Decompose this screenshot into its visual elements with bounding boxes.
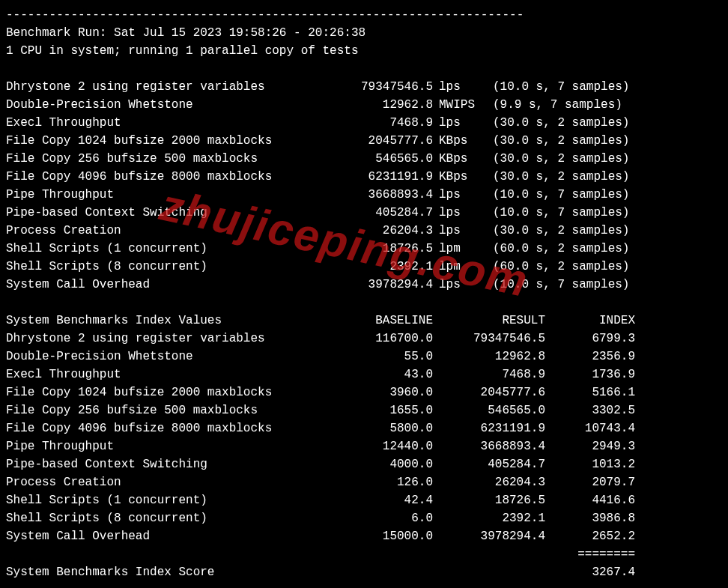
benchmark-meta: (30.0 s, 2 samples) <box>485 132 629 150</box>
benchmark-name: Execl Throughput <box>6 114 321 132</box>
index-value: 2356.9 <box>545 348 635 366</box>
index-name: System Call Overhead <box>6 527 321 545</box>
index-row: Double-Precision Whetstone55.012962.8235… <box>6 348 722 366</box>
benchmark-name: File Copy 256 bufsize 500 maxblocks <box>6 150 321 168</box>
benchmark-name: Pipe Throughput <box>6 186 321 204</box>
benchmark-meta: (10.0 s, 7 samples) <box>485 276 629 294</box>
index-name: Shell Scripts (8 concurrent) <box>6 509 321 527</box>
index-values-section: Dhrystone 2 using register variables1167… <box>6 330 722 545</box>
index-row: Pipe-based Context Switching4000.0405284… <box>6 455 722 473</box>
benchmark-name: Dhrystone 2 using register variables <box>6 78 321 96</box>
index-value: 2652.2 <box>545 527 635 545</box>
index-value: 1013.2 <box>545 455 635 473</box>
benchmark-unit: lps <box>433 204 485 222</box>
benchmark-meta: (30.0 s, 2 samples) <box>485 222 629 240</box>
benchmark-name: File Copy 1024 bufsize 2000 maxblocks <box>6 132 321 150</box>
index-result: 405284.7 <box>433 455 545 473</box>
benchmark-run-header: Benchmark Run: Sat Jul 15 2023 19:58:26 … <box>6 24 722 42</box>
score-value: 3267.4 <box>545 563 635 581</box>
benchmark-name: Double-Precision Whetstone <box>6 96 321 114</box>
index-result: 2392.1 <box>433 509 545 527</box>
benchmark-unit: KBps <box>433 150 485 168</box>
index-value: 10743.4 <box>545 419 635 437</box>
index-result: 546565.0 <box>433 401 545 419</box>
benchmark-unit: lps <box>433 114 485 132</box>
index-name: Double-Precision Whetstone <box>6 348 321 366</box>
equals-divider: ======== <box>6 545 722 563</box>
benchmark-unit: KBps <box>433 132 485 150</box>
index-result: 3978294.4 <box>433 527 545 545</box>
index-name: File Copy 256 bufsize 500 maxblocks <box>6 401 321 419</box>
benchmark-value: 3668893.4 <box>321 186 433 204</box>
index-result: 12962.8 <box>433 348 545 366</box>
index-name: Pipe-based Context Switching <box>6 455 321 473</box>
benchmark-unit: lpm <box>433 258 485 276</box>
index-value: 1736.9 <box>545 366 635 384</box>
benchmark-row: File Copy 1024 bufsize 2000 maxblocks204… <box>6 132 722 150</box>
index-value: 2079.7 <box>545 473 635 491</box>
index-baseline: 126.0 <box>321 473 433 491</box>
benchmark-unit: lps <box>433 222 485 240</box>
baseline-header: BASELINE <box>321 312 433 330</box>
benchmark-row: Shell Scripts (8 concurrent)2392.1lpm(60… <box>6 258 722 276</box>
benchmark-row: File Copy 4096 bufsize 8000 maxblocks623… <box>6 168 722 186</box>
benchmark-unit: lpm <box>433 240 485 258</box>
index-name: Shell Scripts (1 concurrent) <box>6 491 321 509</box>
index-baseline: 116700.0 <box>321 330 433 348</box>
benchmark-value: 18726.5 <box>321 240 433 258</box>
benchmark-value: 2045777.6 <box>321 132 433 150</box>
index-baseline: 43.0 <box>321 366 433 384</box>
benchmark-results-section: Dhrystone 2 using register variables7934… <box>6 78 722 294</box>
score-label: System Benchmarks Index Score <box>6 563 545 581</box>
equals-text: ======== <box>545 545 635 563</box>
benchmark-meta: (9.9 s, 7 samples) <box>485 96 622 114</box>
benchmark-meta: (30.0 s, 2 samples) <box>485 114 629 132</box>
index-row: Shell Scripts (1 concurrent)42.418726.54… <box>6 491 722 509</box>
divider-line: ----------------------------------------… <box>6 6 722 24</box>
index-col-header: INDEX <box>545 312 635 330</box>
benchmark-name: File Copy 4096 bufsize 8000 maxblocks <box>6 168 321 186</box>
index-header-row: System Benchmarks Index Values BASELINE … <box>6 312 722 330</box>
benchmark-row: Pipe-based Context Switching405284.7lps(… <box>6 204 722 222</box>
benchmark-name: Pipe-based Context Switching <box>6 204 321 222</box>
benchmark-name: Process Creation <box>6 222 321 240</box>
benchmark-row: Execl Throughput7468.9lps(30.0 s, 2 samp… <box>6 114 722 132</box>
benchmark-meta: (30.0 s, 2 samples) <box>485 150 629 168</box>
index-result: 7468.9 <box>433 366 545 384</box>
index-result: 2045777.6 <box>433 384 545 401</box>
cpu-info-line: 1 CPU in system; running 1 parallel copy… <box>6 42 722 60</box>
index-baseline: 5800.0 <box>321 419 433 437</box>
benchmark-value: 546565.0 <box>321 150 433 168</box>
benchmark-row: Pipe Throughput3668893.4lps(10.0 s, 7 sa… <box>6 186 722 204</box>
index-row: File Copy 1024 bufsize 2000 maxblocks396… <box>6 384 722 401</box>
benchmark-name: Shell Scripts (8 concurrent) <box>6 258 321 276</box>
benchmark-value: 26204.3 <box>321 222 433 240</box>
benchmark-name: Shell Scripts (1 concurrent) <box>6 240 321 258</box>
benchmark-value: 7468.9 <box>321 114 433 132</box>
benchmark-value: 2392.1 <box>321 258 433 276</box>
index-name: File Copy 1024 bufsize 2000 maxblocks <box>6 384 321 401</box>
index-baseline: 6.0 <box>321 509 433 527</box>
benchmark-unit: lps <box>433 186 485 204</box>
final-score-row: System Benchmarks Index Score 3267.4 <box>6 563 722 581</box>
index-name: Execl Throughput <box>6 366 321 384</box>
index-baseline: 12440.0 <box>321 437 433 455</box>
benchmark-value: 79347546.5 <box>321 78 433 96</box>
index-row: Dhrystone 2 using register variables1167… <box>6 330 722 348</box>
index-baseline: 1655.0 <box>321 401 433 419</box>
index-name: Process Creation <box>6 473 321 491</box>
benchmark-meta: (60.0 s, 2 samples) <box>485 258 629 276</box>
index-baseline: 55.0 <box>321 348 433 366</box>
benchmark-name: System Call Overhead <box>6 276 321 294</box>
index-row: Execl Throughput43.07468.91736.9 <box>6 366 722 384</box>
benchmark-row: Process Creation26204.3lps(30.0 s, 2 sam… <box>6 222 722 240</box>
index-value: 5166.1 <box>545 384 635 401</box>
index-baseline: 3960.0 <box>321 384 433 401</box>
index-name: Dhrystone 2 using register variables <box>6 330 321 348</box>
result-header: RESULT <box>433 312 545 330</box>
benchmark-value: 3978294.4 <box>321 276 433 294</box>
index-row: Shell Scripts (8 concurrent)6.02392.1398… <box>6 509 722 527</box>
benchmark-meta: (10.0 s, 7 samples) <box>485 204 629 222</box>
index-value: 2949.3 <box>545 437 635 455</box>
benchmark-meta: (10.0 s, 7 samples) <box>485 186 629 204</box>
